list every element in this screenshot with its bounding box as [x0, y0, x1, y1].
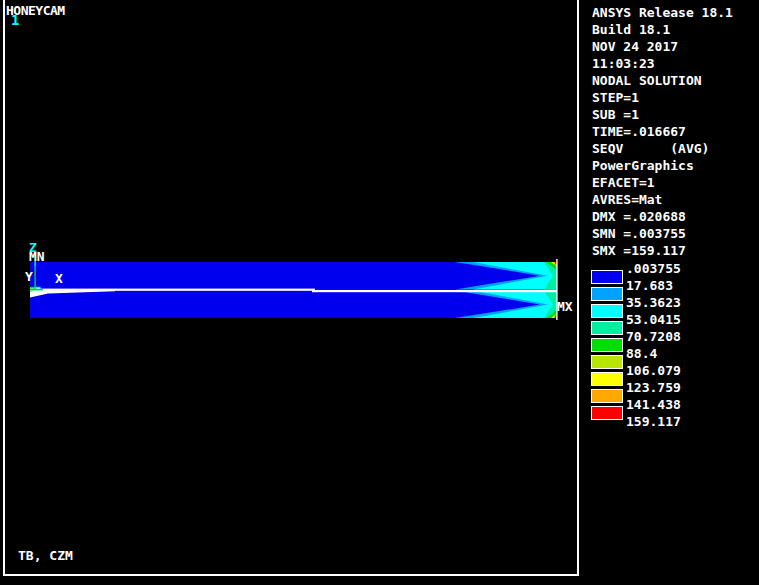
info-line: EFACET=1: [592, 174, 733, 191]
legend-swatch: [591, 270, 623, 284]
info-line: ANSYS Release 18.1: [592, 4, 733, 21]
info-line: NOV 24 2017: [592, 38, 733, 55]
legend-swatch: [591, 338, 623, 352]
info-line: SMN =.003755: [592, 225, 733, 242]
legend-value: 141.438: [626, 396, 681, 413]
plot-number: 1: [11, 12, 19, 28]
plot-title: TB, CZM: [18, 548, 73, 563]
info-line: SMX =159.117: [592, 242, 733, 259]
max-result-marker: MX: [557, 300, 573, 313]
legend-value: 106.079: [626, 362, 681, 379]
info-line: Build 18.1: [592, 21, 733, 38]
info-line: DMX =.020688: [592, 208, 733, 225]
legend-value: 123.759: [626, 379, 681, 396]
legend-value: 53.0415: [626, 311, 681, 328]
info-line: TIME=.016667: [592, 123, 733, 140]
legend-value: 88.4: [626, 345, 657, 362]
legend-value: 17.683: [626, 277, 673, 294]
info-line: SUB =1: [592, 106, 733, 123]
info-line: PowerGraphics: [592, 157, 733, 174]
legend-swatch: [591, 406, 623, 420]
legend-swatch: [591, 372, 623, 386]
triad-x-label: X: [55, 272, 63, 285]
info-line: SEQV (AVG): [592, 140, 733, 157]
triad-y-label: Y: [25, 270, 33, 283]
info-line: AVRES=Mat: [592, 191, 733, 208]
info-line: STEP=1: [592, 89, 733, 106]
legend-value: .003755: [626, 260, 681, 277]
info-line: 11:03:23: [592, 55, 733, 72]
info-line: NODAL SOLUTION: [592, 72, 733, 89]
legend-swatch: [591, 355, 623, 369]
legend-value: 35.3623: [626, 294, 681, 311]
ansys-graphics-window: { "watermark": "HONEYCAM", "plot_number"…: [0, 0, 759, 585]
legend-value: 70.7208: [626, 328, 681, 345]
min-result-marker: MN: [29, 250, 45, 263]
legend-swatch: [591, 304, 623, 318]
legend-swatch: [591, 389, 623, 403]
legend-swatch: [591, 287, 623, 301]
solution-info-panel: ANSYS Release 18.1Build 18.1NOV 24 20171…: [592, 4, 733, 259]
legend-value: 159.117: [626, 413, 681, 430]
legend-swatch: [591, 321, 623, 335]
